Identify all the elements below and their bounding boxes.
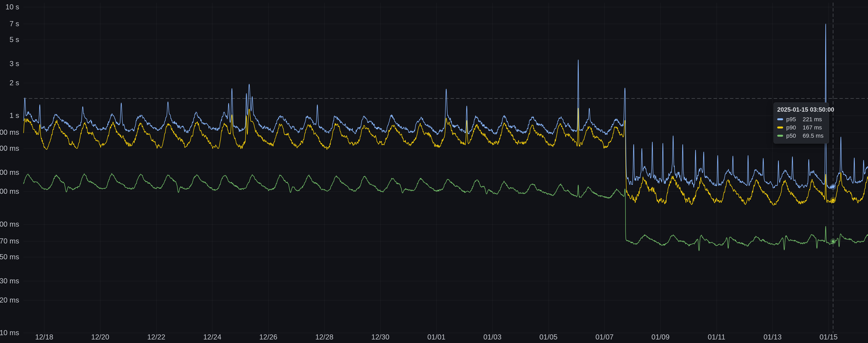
y-tick-label: 1 s [9,112,19,120]
x-tick-label: 01/11 [701,333,732,341]
x-tick-label: 01/05 [533,333,564,341]
y-tick-label: 200 ms [0,188,19,195]
y-tick-label: 500 ms [0,145,19,152]
p90-series-swatch [777,127,783,128]
x-axis: 12/1812/2012/2212/2412/2612/2812/3001/01… [0,333,868,343]
x-tick-label: 01/01 [421,333,452,341]
x-tick-label: 01/13 [757,333,788,341]
tooltip-timestamp: 2025-01-15 03:50:00 [777,106,825,114]
p50-series-value: 69.5 ms [803,132,830,139]
p95-series-value: 221 ms [803,116,828,123]
y-tick-label: 100 ms [0,220,19,228]
p50-series-swatch [777,135,783,137]
latency-percentiles-panel: 10 s7 s5 s3 s2 s1 s700 ms500 ms300 ms200… [0,0,868,343]
x-tick-label: 01/07 [589,333,620,341]
y-tick-label: 30 ms [0,277,19,285]
x-tick-label: 12/24 [196,333,228,341]
y-axis: 10 s7 s5 s3 s2 s1 s700 ms500 ms300 ms200… [0,0,22,343]
tooltip-row-p90: p90 167 ms [777,123,825,132]
p95-series-label: p95 [786,116,803,123]
x-tick-label: 12/20 [85,333,116,341]
x-tick-label: 12/30 [365,333,396,341]
y-tick-label: 700 ms [0,128,19,136]
time-series-chart-canvas[interactable] [0,0,868,343]
y-tick-label: 7 s [9,20,19,28]
tooltip-row-p50: p50 69.5 ms [777,132,825,140]
x-tick-label: 12/26 [253,333,284,341]
y-tick-label: 50 ms [0,253,19,261]
y-tick-label: 70 ms [0,237,19,245]
y-tick-label: 2 s [9,79,19,87]
x-tick-label: 01/09 [645,333,676,341]
x-tick-label: 12/18 [29,333,60,341]
y-tick-label: 20 ms [0,296,19,304]
y-tick-label: 10 s [5,3,19,11]
y-tick-label: 300 ms [0,168,19,177]
tooltip: 2025-01-15 03:50:00 p95 221 ms p90 167 m… [774,102,829,144]
p50-series-label: p50 [786,132,803,139]
y-tick-label: 5 s [9,36,19,43]
p90-series-label: p90 [786,124,803,131]
p95-series-swatch [777,118,783,120]
x-tick-label: 12/28 [309,333,340,341]
tooltip-row-p95: p95 221 ms [777,115,825,123]
y-tick-label: 3 s [9,60,19,68]
x-tick-label: 01/15 [813,333,844,341]
p90-series-value: 167 ms [803,124,828,131]
x-tick-label: 12/22 [141,333,172,341]
x-tick-label: 01/03 [477,333,508,341]
